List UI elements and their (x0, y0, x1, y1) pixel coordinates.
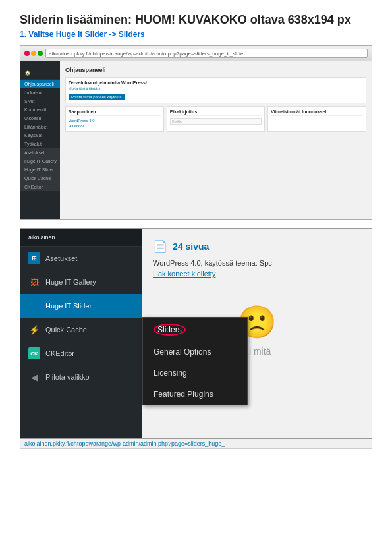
zoomed-section: aikolainen ⊞ Asetukset 🖼 Huge IT Gallery… (20, 228, 372, 439)
minimize-btn (31, 51, 36, 56)
wp-info-line1: WordPress 4.0, käytössä teema: Spc (153, 259, 361, 267)
sidebar-label-quickcache: Quick Cache (45, 326, 87, 334)
welcome-link: aloita tästä tästä » (69, 86, 363, 90)
welcome-widget-title: Tervetuloa ohjelmointia WordPress! (69, 80, 363, 85)
sidebar-pages[interactable]: Sivut (20, 97, 60, 105)
maximize-btn (38, 51, 43, 56)
sidebar-ckeditor-small[interactable]: CKEditor (20, 183, 60, 191)
grid-icon: ⊞ (28, 252, 40, 264)
sidebar-cache-small[interactable]: Quick Cache (20, 174, 60, 183)
sidebar-item-gallery[interactable]: 🖼 Huge IT Gallery (20, 270, 142, 294)
sidebar-settings[interactable]: Asetukset (20, 148, 60, 157)
dismiss-button[interactable]: Poista tämä paneeli käytöstä (69, 94, 125, 100)
sidebar-item-quickcache[interactable]: ⚡ Quick Cache (20, 318, 142, 341)
sliders-circle-highlight: Sliders (154, 324, 186, 336)
hide-icon: ◀ (28, 371, 40, 383)
quick-press-widget: Pikakirjoitus Otsikko (167, 106, 266, 132)
dropdown-item-featured-plugins[interactable]: Featured Plugins (143, 384, 247, 405)
dropdown-item-general-options[interactable]: General Options (143, 341, 247, 363)
slider-dropdown-menu: Sliders General Options Licensing Featur… (142, 317, 248, 405)
browser-window-controls (24, 51, 43, 56)
sidebar-appearance[interactable]: Ulkoasu (20, 114, 60, 123)
saapuminen-widget: Saapuminen WordPress 4.0 Hallinnoi (65, 106, 164, 132)
browser-screenshot: aikolainen.pkky.fi/chtopewarange/wp-admi… (20, 45, 372, 220)
sidebar-plugins[interactable]: Liitännäiset (20, 123, 60, 131)
sidebar-posts[interactable]: Julkaisut (20, 88, 60, 97)
sidebar-item-ckeditor[interactable]: CK CKEditor (20, 341, 142, 365)
dropdown-item-licensing[interactable]: Licensing (143, 363, 247, 384)
sidebar-slider-small[interactable]: Huge IT Slider (20, 165, 60, 174)
zoomed-sidebar: aikolainen ⊞ Asetukset 🖼 Huge IT Gallery… (20, 229, 142, 438)
sidebar-label-gallery: Huge IT Gallery (45, 278, 96, 286)
ckeditor-icon: CK (28, 347, 40, 359)
dashboard-grid: Saapuminen WordPress 4.0 Hallinnoi Pikak… (65, 106, 366, 132)
sidebar-label-slider: Huge IT Slider (45, 302, 92, 310)
sidebar-tools[interactable]: Työkalut (20, 140, 60, 148)
quickcache-icon: ⚡ (28, 324, 40, 336)
page-count: 24 sivua (173, 241, 209, 252)
wp-main-title: Ohjauspaneeli (65, 67, 366, 73)
slider-icon: ▦ (28, 300, 40, 312)
sidebar-item-asetukset[interactable]: ⊞ Asetukset (20, 247, 142, 270)
sidebar-item-slider[interactable]: ▦ Huge IT Slider (20, 294, 142, 318)
status-bar: aikolainen.pkky.fi/chtopewarange/wp-admi… (20, 439, 372, 449)
page-icon: 📄 (153, 239, 167, 254)
sidebar-comments[interactable]: Kommentit (20, 105, 60, 114)
address-bar[interactable]: aikolainen.pkky.fi/chtopewarange/wp-admi… (45, 49, 368, 58)
sidebar-label-hide: Piilota valikko (45, 373, 90, 381)
wp-logo: 🏠 (20, 64, 60, 80)
dropdown-item-sliders[interactable]: Sliders (143, 318, 247, 341)
main-title: Sliderin lisääminen: HUOM! KUVAKOKO olta… (20, 13, 372, 27)
browser-content: 🏠 Ohjauspaneeli Julkaisut Sivut Kommenti… (20, 61, 372, 219)
browser-chrome: aikolainen.pkky.fi/chtopewarange/wp-admi… (20, 46, 372, 61)
sidebar-label-asetukset: Asetukset (45, 254, 77, 262)
zoomed-main-header: 📄 24 sivua (153, 239, 361, 254)
recent-drafts-widget: Viimeisimmät luonnokset (267, 106, 366, 132)
sidebar-dashboard[interactable]: Ohjauspaneeli (20, 80, 60, 88)
wp-admin-sidebar-small: 🏠 Ohjauspaneeli Julkaisut Sivut Kommenti… (20, 61, 60, 219)
sidebar-label-ckeditor: CKEditor (45, 349, 74, 357)
sidebar-users[interactable]: Käyttäjät (20, 131, 60, 140)
gallery-icon: 🖼 (28, 276, 40, 288)
wp-info-line2: Hak koneet kielletty (153, 270, 361, 278)
status-url: aikolainen.pkky.fi/chtopewarange/wp-admi… (24, 440, 225, 447)
sidebar-gallery-small[interactable]: Huge IT Gallery (20, 157, 60, 165)
quick-press-title-input[interactable]: Otsikko (170, 118, 262, 125)
sidebar-item-hide[interactable]: ◀ Piilota valikko (20, 365, 142, 389)
close-btn (24, 51, 30, 56)
wp-main-content-small: Ohjauspaneeli Tervetuloa ohjelmointia Wo… (60, 61, 372, 219)
address-text: aikolainen.pkky.fi/chtopewarange/wp-admi… (49, 51, 245, 57)
zoomed-sidebar-header: aikolainen (20, 229, 142, 247)
step-label: 1. Valitse Huge It Slider -> Sliders (20, 30, 372, 39)
